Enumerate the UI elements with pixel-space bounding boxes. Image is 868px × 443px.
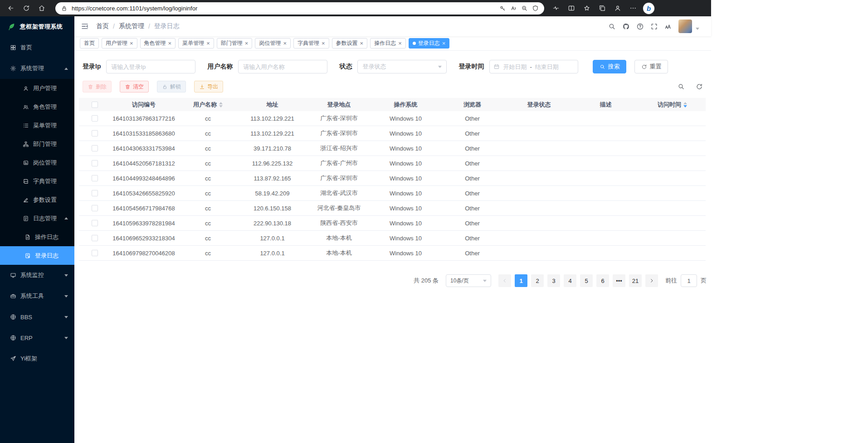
sidebar-item[interactable]: 登录日志: [0, 246, 74, 265]
collections-icon[interactable]: [596, 2, 609, 15]
view-tab[interactable]: 岗位管理 ×: [255, 38, 291, 49]
sidebar-item[interactable]: 系统工具: [0, 286, 74, 307]
row-checkbox[interactable]: [92, 235, 98, 241]
page-number-button[interactable]: •••: [613, 274, 625, 287]
row-checkbox[interactable]: [92, 205, 98, 211]
refresh-button[interactable]: [20, 2, 33, 15]
tab-close-icon[interactable]: ×: [168, 40, 172, 46]
row-checkbox[interactable]: [92, 130, 98, 136]
tab-close-icon[interactable]: ×: [442, 40, 446, 46]
export-button[interactable]: 导出: [194, 81, 223, 92]
copilot-icon[interactable]: b: [643, 3, 654, 14]
page-number-button[interactable]: 2: [531, 274, 544, 287]
sidebar-item[interactable]: 用户管理: [0, 79, 74, 97]
back-button[interactable]: [5, 2, 17, 15]
page-number-button[interactable]: 4: [564, 274, 576, 287]
next-page-button[interactable]: [645, 274, 658, 287]
help-icon[interactable]: [636, 23, 644, 30]
prev-page-button[interactable]: [498, 274, 511, 287]
table-row[interactable]: 1641069798270046208 cc 127.0.0.1 本地-本机 W…: [79, 246, 706, 261]
user-avatar[interactable]: [678, 19, 692, 33]
sidebar-item[interactable]: 参数设置: [0, 190, 74, 209]
tab-close-icon[interactable]: ×: [245, 40, 249, 46]
tab-close-icon[interactable]: ×: [283, 40, 287, 46]
sort-icon[interactable]: [683, 102, 687, 107]
goto-page-input[interactable]: [681, 274, 697, 287]
address-bar[interactable]: https://ccnetcore.com:1101/system/log/lo…: [55, 2, 544, 15]
app-logo[interactable]: 意框架管理系统: [0, 16, 74, 37]
page-number-button[interactable]: 5: [580, 274, 593, 287]
breadcrumb-system[interactable]: 系统管理: [119, 22, 144, 30]
browser-essentials-icon[interactable]: [550, 2, 562, 15]
clear-button[interactable]: 清空: [120, 81, 149, 92]
tab-close-icon[interactable]: ×: [130, 40, 133, 46]
view-tab[interactable]: 字典管理 ×: [293, 38, 329, 49]
view-tab[interactable]: 菜单管理 ×: [178, 38, 214, 49]
url-text[interactable]: https://ccnetcore.com:1101/system/log/lo…: [72, 5, 495, 12]
table-row[interactable]: 1641044993248464896 cc 113.87.92.165 广东省…: [79, 171, 706, 186]
breadcrumb-home[interactable]: 首页: [96, 22, 109, 30]
sidebar-item[interactable]: 部门管理: [0, 135, 74, 153]
column-header-visit-time[interactable]: 访问时间: [639, 101, 706, 109]
page-size-select[interactable]: 10条/页: [446, 274, 491, 287]
view-tab[interactable]: 首页 ×: [80, 38, 99, 49]
header-search-icon[interactable]: [608, 23, 616, 30]
delete-button[interactable]: 删除: [83, 81, 112, 92]
view-tab[interactable]: 部门管理 ×: [217, 38, 253, 49]
view-tab[interactable]: 参数设置 ×: [332, 38, 368, 49]
favorites-icon[interactable]: [580, 2, 593, 15]
column-header-username[interactable]: 用户名称: [177, 101, 239, 109]
view-tab[interactable]: 用户管理 ×: [102, 38, 137, 49]
sidebar-item[interactable]: 日志管理: [0, 209, 74, 228]
sidebar-item[interactable]: 首页: [0, 37, 74, 58]
page-number-button[interactable]: 6: [596, 274, 609, 287]
home-button[interactable]: [35, 2, 48, 15]
table-row[interactable]: 1641043063331753984 cc 39.171.210.78 浙江省…: [79, 141, 706, 156]
sidebar-item[interactable]: 字典管理: [0, 172, 74, 190]
search-button[interactable]: 搜索: [593, 60, 626, 73]
site-lock-icon[interactable]: [61, 5, 68, 12]
row-checkbox[interactable]: [92, 190, 98, 196]
read-aloud-icon[interactable]: [510, 5, 517, 12]
tab-close-icon[interactable]: ×: [398, 40, 402, 46]
view-tab[interactable]: 角色管理 ×: [140, 38, 176, 49]
unlock-button[interactable]: 解锁: [157, 81, 186, 92]
password-key-icon[interactable]: [499, 5, 506, 12]
reset-button[interactable]: 重置: [634, 60, 668, 73]
table-row[interactable]: 1641031367863177216 cc 113.102.129.221 广…: [79, 111, 706, 126]
sidebar-item[interactable]: 岗位管理: [0, 153, 74, 172]
toggle-search-icon[interactable]: [678, 83, 685, 90]
page-number-button[interactable]: 3: [547, 274, 560, 287]
profile-icon[interactable]: [611, 2, 624, 15]
sidebar-item[interactable]: ERP: [0, 327, 74, 348]
table-row[interactable]: 1641031533185863680 cc 113.102.129.221 广…: [79, 126, 706, 141]
status-select[interactable]: 登录状态: [357, 60, 447, 73]
refresh-table-icon[interactable]: [696, 83, 703, 90]
tab-close-icon[interactable]: ×: [360, 40, 364, 46]
sidebar-item[interactable]: BBS: [0, 307, 74, 327]
select-all-checkbox[interactable]: [92, 102, 98, 108]
row-checkbox[interactable]: [92, 115, 98, 122]
table-row[interactable]: 1641053426655825920 cc 58.19.42.209 湖北省-…: [79, 186, 706, 201]
table-row[interactable]: 1641044520567181312 cc 112.96.225.132 广东…: [79, 156, 706, 171]
row-checkbox[interactable]: [92, 145, 98, 151]
fullscreen-icon[interactable]: [650, 23, 658, 30]
end-date-input[interactable]: [534, 63, 560, 70]
user-name-input[interactable]: [238, 60, 327, 73]
sort-icon[interactable]: [219, 102, 223, 107]
start-date-input[interactable]: [502, 63, 527, 70]
zoom-out-icon[interactable]: [521, 5, 528, 12]
view-tab[interactable]: 操作日志 ×: [370, 38, 406, 49]
table-row[interactable]: 1641054566717984768 cc 120.6.150.158 河北省…: [79, 201, 706, 216]
page-number-button[interactable]: 21: [629, 274, 642, 287]
sidebar-item[interactable]: 操作日志: [0, 228, 74, 246]
date-range-picker[interactable]: -: [489, 60, 578, 73]
table-row[interactable]: 1641069652933218304 cc 127.0.0.1 本地-本机 W…: [79, 231, 706, 246]
row-checkbox[interactable]: [92, 160, 98, 166]
sidebar-item[interactable]: Yi框架: [0, 348, 74, 369]
sidebar-item[interactable]: 角色管理: [0, 97, 74, 116]
tracking-shield-icon[interactable]: [532, 5, 539, 12]
tab-close-icon[interactable]: ×: [322, 40, 325, 46]
sidebar-item[interactable]: 系统监控: [0, 265, 74, 286]
browser-menu-icon[interactable]: [627, 2, 639, 15]
